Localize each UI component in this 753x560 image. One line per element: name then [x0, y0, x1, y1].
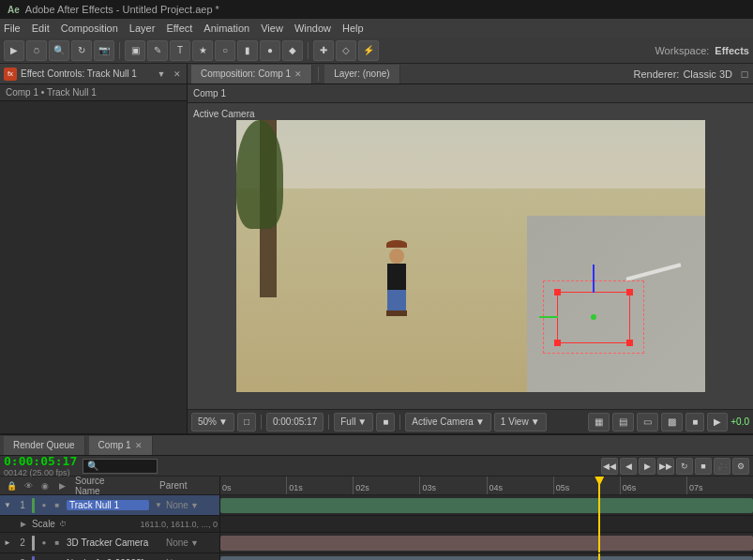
tl-btn1[interactable]: ◀◀: [601, 458, 618, 475]
tool-brush[interactable]: ★: [192, 40, 213, 61]
tl-btn5[interactable]: ↻: [676, 458, 693, 475]
composition-tab[interactable]: Composition: Comp 1 ✕: [191, 65, 312, 83]
menu-effect[interactable]: Effect: [166, 23, 192, 34]
corner-tl: [554, 289, 561, 295]
track-1-fx-icon[interactable]: ▼: [153, 500, 164, 511]
comp1-tab[interactable]: Comp 1 ✕: [89, 436, 153, 455]
menu-layer[interactable]: Layer: [129, 23, 156, 34]
quality-selector[interactable]: Full ▼: [334, 413, 373, 431]
channel-btn[interactable]: ■: [376, 413, 395, 431]
track-2-vis[interactable]: ●: [38, 537, 50, 549]
track-1-vis[interactable]: ●: [38, 500, 50, 511]
tool-roto[interactable]: ●: [260, 40, 280, 61]
track-1-expand[interactable]: ▼: [2, 500, 13, 511]
menu-help[interactable]: Help: [342, 23, 364, 34]
tool-camera[interactable]: 📷: [94, 40, 114, 61]
grid-btn[interactable]: ▦: [588, 413, 610, 431]
track-1-lock[interactable]: ■: [52, 500, 63, 511]
sub-expand[interactable]: ►: [19, 519, 28, 529]
tool-stamp[interactable]: ○: [215, 40, 235, 61]
menu-view[interactable]: View: [261, 23, 283, 34]
tool-3d[interactable]: ◇: [336, 40, 356, 61]
track-row-1[interactable]: ▼ 1 ● ■ Track Null 1 ▼ None ▼: [0, 495, 219, 516]
vt-sep2: [328, 415, 329, 430]
tool-text[interactable]: T: [170, 40, 190, 61]
tl-icon-render[interactable]: ▶: [54, 478, 69, 493]
timecode-area: 0:00:05:17 00142 (25.00 fps): [4, 454, 77, 477]
track-row-3[interactable]: ► 3 ● ■ Neelu_[...0-00283].jpg ▼ fx None…: [0, 553, 219, 560]
mark-0s: 0s: [220, 477, 287, 494]
menu-file[interactable]: File: [4, 23, 21, 34]
tl-icon-solo[interactable]: ◉: [38, 478, 53, 493]
menu-composition[interactable]: Composition: [61, 23, 118, 34]
ruler-btn[interactable]: ▭: [637, 413, 658, 431]
timeline-search[interactable]: [83, 459, 158, 474]
tool-rotate[interactable]: ↻: [71, 40, 92, 61]
viewer-canvas[interactable]: Active Camera: [188, 103, 753, 409]
renderer-value: Classic 3D: [683, 68, 732, 80]
tool-rect[interactable]: ▣: [125, 40, 145, 61]
comp-tab-close[interactable]: ✕: [135, 441, 143, 450]
track-3-playhead: [598, 553, 600, 560]
menu-window[interactable]: Window: [294, 23, 331, 34]
track-row-2[interactable]: ► 2 ● ■ 3D Tracker Camera None ▼: [0, 533, 219, 553]
timecode-display[interactable]: 0:00:05:17: [266, 413, 324, 431]
camera-selector[interactable]: Active Camera ▼: [405, 413, 490, 431]
snap-btn[interactable]: ▩: [661, 413, 683, 431]
corner-br: [626, 340, 633, 346]
mark-3s: 03s: [420, 477, 487, 494]
layer-tab[interactable]: Layer: (none): [324, 65, 399, 83]
tool-snap[interactable]: ⚡: [358, 40, 379, 61]
track-2-playhead: [598, 533, 600, 552]
track-2-parent: None ▼: [166, 537, 218, 548]
view-selector[interactable]: 1 View ▼: [494, 413, 547, 431]
tl-btn8[interactable]: ⚙: [732, 458, 749, 475]
scene: [236, 120, 705, 392]
panel-close-btn[interactable]: ✕: [172, 68, 183, 80]
tl-btn6[interactable]: ■: [695, 458, 712, 475]
mark-5s: 05s: [554, 477, 621, 494]
viewer-maximize[interactable]: □: [740, 69, 749, 79]
render-btn[interactable]: ▶: [707, 413, 728, 431]
sub-stopwatch[interactable]: ⏱: [59, 520, 67, 528]
timeline-bars-area[interactable]: 0s 01s 02s 03s 04s 05s 06s 07s: [220, 477, 753, 560]
tool-select[interactable]: ▶: [4, 40, 24, 61]
tool-pen[interactable]: ✎: [147, 40, 168, 61]
menu-animation[interactable]: Animation: [203, 23, 249, 34]
tl-icon-shy[interactable]: 👁: [21, 478, 36, 493]
zoom-fit-btn[interactable]: □: [237, 413, 256, 431]
menu-edit[interactable]: Edit: [32, 23, 50, 34]
tl-btn7[interactable]: 🎥: [714, 458, 730, 475]
track-1-color: [32, 498, 35, 513]
panel-icon: fx: [4, 68, 17, 81]
tl-btn2[interactable]: ◀: [620, 458, 637, 475]
track-1-bar: [220, 498, 753, 513]
center-point: [591, 314, 596, 320]
tool-zoom[interactable]: 🔍: [49, 40, 69, 61]
feet: [386, 310, 407, 316]
viewer-toolbar: 50% ▼ □ 0:00:05:17 Full ▼ ■ Active Camer…: [188, 409, 753, 433]
tool-hand[interactable]: ⍥: [26, 40, 47, 61]
comp-tab-close[interactable]: ✕: [294, 69, 302, 79]
panel-menu-btn[interactable]: ▼: [155, 68, 168, 81]
offset-display: +0.0: [730, 416, 749, 427]
render-queue-tab[interactable]: Render Queue: [4, 436, 85, 455]
track-1-fx: ▼: [153, 500, 164, 511]
tracks-container: 🔒 👁 ◉ ▶ Source Name Parent ▼ 1 ● ■ Track…: [0, 477, 753, 560]
mask-btn[interactable]: ■: [685, 413, 704, 431]
mark-1s: 01s: [287, 477, 354, 494]
tool-eraser[interactable]: ▮: [237, 40, 258, 61]
tl-icon-lock[interactable]: 🔒: [4, 478, 19, 493]
tool-anchor[interactable]: ✚: [313, 40, 334, 61]
zoom-selector[interactable]: 50% ▼: [191, 413, 234, 431]
track-2-expand[interactable]: ►: [2, 537, 13, 549]
guide-btn[interactable]: ▤: [612, 413, 634, 431]
timeline-time-row: 0:00:05:17 00142 (25.00 fps) ◀◀ ◀ ▶ ▶▶ ↻…: [0, 456, 753, 477]
sub-label: Scale: [32, 519, 55, 529]
track-2-lock[interactable]: ■: [52, 537, 63, 549]
track-rect: [557, 292, 630, 343]
tl-btn3[interactable]: ▶: [639, 458, 655, 475]
tool-puppet[interactable]: ◆: [282, 40, 303, 61]
playhead-indicator[interactable]: [598, 477, 600, 494]
tl-btn4[interactable]: ▶▶: [657, 458, 674, 475]
